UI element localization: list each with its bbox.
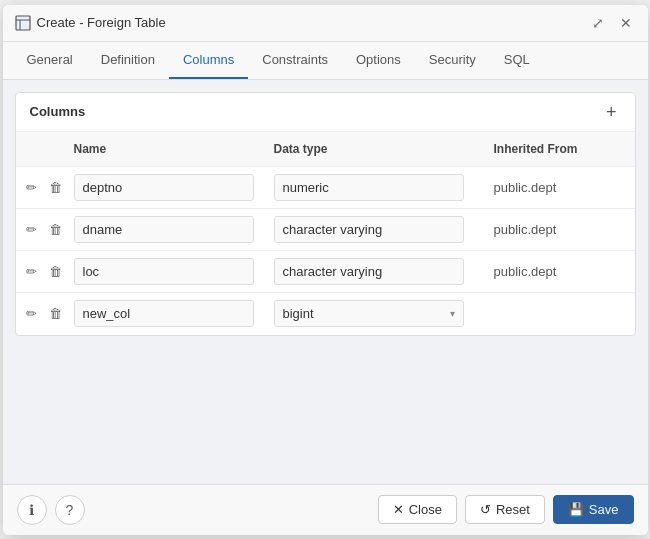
footer: ℹ ? ✕ Close ↺ Reset 💾 Save bbox=[3, 484, 648, 535]
data-type-box-1: numeric bbox=[274, 174, 464, 201]
table-header: Name Data type Inherited From bbox=[16, 132, 635, 167]
title-bar-right: ⤢ ✕ bbox=[588, 13, 636, 33]
panel-header: Columns + bbox=[16, 93, 635, 132]
save-label: Save bbox=[589, 502, 619, 517]
tab-constraints[interactable]: Constraints bbox=[248, 42, 342, 79]
save-button[interactable]: 💾 Save bbox=[553, 495, 634, 524]
tab-sql[interactable]: SQL bbox=[490, 42, 544, 79]
tab-columns[interactable]: Columns bbox=[169, 42, 248, 79]
inherited-cell-2: public.dept bbox=[486, 222, 635, 237]
row-actions-4: ✏ 🗑 bbox=[16, 304, 66, 323]
delete-row-2-button[interactable]: 🗑 bbox=[45, 220, 66, 239]
col-header-actions bbox=[16, 138, 66, 160]
info-button[interactable]: ℹ bbox=[17, 495, 47, 525]
reset-button[interactable]: ↺ Reset bbox=[465, 495, 545, 524]
delete-row-3-button[interactable]: 🗑 bbox=[45, 262, 66, 281]
table-row: ✏ 🗑 bigint ▾ bbox=[16, 293, 635, 335]
name-cell-2 bbox=[66, 216, 266, 243]
expand-button[interactable]: ⤢ bbox=[588, 13, 608, 33]
edit-row-4-button[interactable]: ✏ bbox=[22, 304, 41, 323]
data-type-value-3: character varying bbox=[283, 264, 383, 279]
col-header-inherited: Inherited From bbox=[486, 138, 635, 160]
table-icon bbox=[15, 15, 31, 31]
data-type-box-2: character varying bbox=[274, 216, 464, 243]
name-cell-3 bbox=[66, 258, 266, 285]
name-input-2[interactable] bbox=[74, 216, 254, 243]
close-label: Close bbox=[409, 502, 442, 517]
row-actions-1: ✏ 🗑 bbox=[16, 178, 66, 197]
title-bar: Create - Foreign Table ⤢ ✕ bbox=[3, 5, 648, 42]
edit-row-1-button[interactable]: ✏ bbox=[22, 178, 41, 197]
table-row: ✏ 🗑 character varying public.dept bbox=[16, 251, 635, 293]
help-button[interactable]: ? bbox=[55, 495, 85, 525]
close-button[interactable]: ✕ Close bbox=[378, 495, 457, 524]
data-type-box-3: character varying bbox=[274, 258, 464, 285]
svg-rect-0 bbox=[16, 16, 30, 30]
data-type-select-4[interactable]: bigint ▾ bbox=[274, 300, 464, 327]
name-cell-1 bbox=[66, 174, 266, 201]
tab-security[interactable]: Security bbox=[415, 42, 490, 79]
row-actions-2: ✏ 🗑 bbox=[16, 220, 66, 239]
data-type-cell-2: character varying bbox=[266, 216, 486, 243]
inherited-cell-1: public.dept bbox=[486, 180, 635, 195]
table-row: ✏ 🗑 character varying public.dept bbox=[16, 209, 635, 251]
table-row: ✏ 🗑 numeric public.dept bbox=[16, 167, 635, 209]
tab-options[interactable]: Options bbox=[342, 42, 415, 79]
footer-right: ✕ Close ↺ Reset 💾 Save bbox=[378, 495, 634, 524]
columns-panel: Columns + Name Data type Inherited From … bbox=[15, 92, 636, 336]
tab-definition[interactable]: Definition bbox=[87, 42, 169, 79]
footer-left: ℹ ? bbox=[17, 495, 85, 525]
inherited-cell-3: public.dept bbox=[486, 264, 635, 279]
dialog-title: Create - Foreign Table bbox=[37, 15, 166, 30]
col-header-datatype: Data type bbox=[266, 138, 486, 160]
delete-row-4-button[interactable]: 🗑 bbox=[45, 304, 66, 323]
data-type-cell-4: bigint ▾ bbox=[266, 300, 486, 327]
name-input-1[interactable] bbox=[74, 174, 254, 201]
edit-row-2-button[interactable]: ✏ bbox=[22, 220, 41, 239]
panel-title: Columns bbox=[30, 104, 86, 119]
data-type-cell-1: numeric bbox=[266, 174, 486, 201]
name-input-4[interactable] bbox=[74, 300, 254, 327]
delete-row-1-button[interactable]: 🗑 bbox=[45, 178, 66, 197]
col-header-name: Name bbox=[66, 138, 266, 160]
save-icon: 💾 bbox=[568, 502, 584, 517]
data-type-cell-3: character varying bbox=[266, 258, 486, 285]
reset-label: Reset bbox=[496, 502, 530, 517]
name-cell-4 bbox=[66, 300, 266, 327]
data-type-value-1: numeric bbox=[283, 180, 329, 195]
reset-icon: ↺ bbox=[480, 502, 491, 517]
title-bar-left: Create - Foreign Table bbox=[15, 15, 166, 31]
data-type-value-4: bigint bbox=[283, 306, 314, 321]
tab-bar: General Definition Columns Constraints O… bbox=[3, 42, 648, 80]
dialog: Create - Foreign Table ⤢ ✕ General Defin… bbox=[3, 5, 648, 535]
name-input-3[interactable] bbox=[74, 258, 254, 285]
content-area: Columns + Name Data type Inherited From … bbox=[3, 80, 648, 484]
chevron-down-icon: ▾ bbox=[450, 308, 455, 319]
edit-row-3-button[interactable]: ✏ bbox=[22, 262, 41, 281]
row-actions-3: ✏ 🗑 bbox=[16, 262, 66, 281]
data-type-value-2: character varying bbox=[283, 222, 383, 237]
close-icon: ✕ bbox=[393, 502, 404, 517]
tab-general[interactable]: General bbox=[13, 42, 87, 79]
add-column-button[interactable]: + bbox=[602, 103, 621, 121]
close-window-button[interactable]: ✕ bbox=[616, 13, 636, 33]
